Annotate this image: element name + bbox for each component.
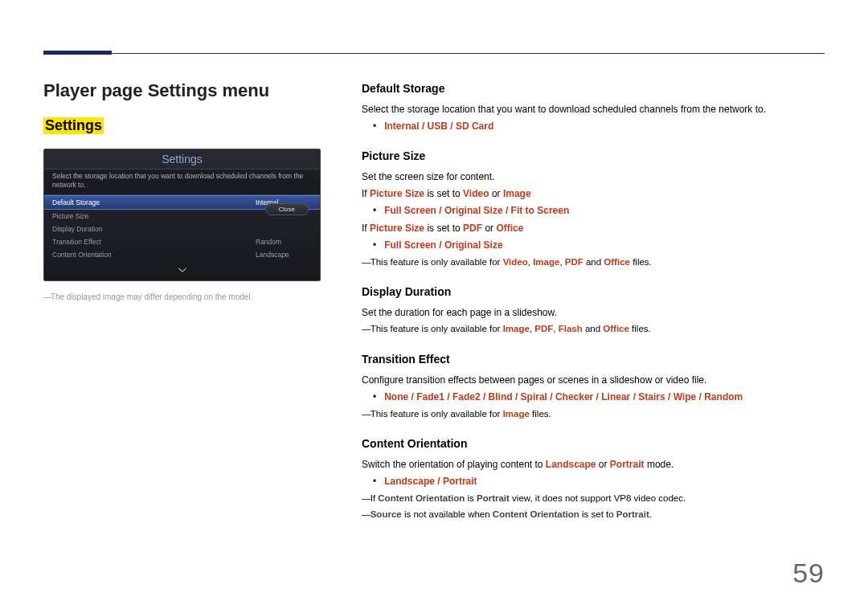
heading-transition-effect: Transition Effect xyxy=(362,351,828,368)
settings-screenshot-panel: Settings Select the storage location tha… xyxy=(43,149,321,281)
section-heading-settings: Settings xyxy=(43,117,104,134)
note-transition: This feature is only available for Image… xyxy=(362,407,828,421)
text-transition-desc: Configure transition effects between pag… xyxy=(362,373,828,387)
panel-description: Select the storage location that you wan… xyxy=(44,169,320,195)
heading-default-storage: Default Storage xyxy=(362,80,828,97)
note-orientation-1: If Content Orientation is Portrait view,… xyxy=(362,492,828,505)
note-orientation-2: Source is not available when Content Ori… xyxy=(362,508,828,521)
panel-row-label: Picture Size xyxy=(52,212,256,220)
panel-title: Settings xyxy=(44,149,320,169)
panel-row-display-duration: Display Duration xyxy=(44,223,320,235)
note-picture-size: This feature is only available for Video… xyxy=(362,255,828,269)
text-picture-size-cond2: If Picture Size is set to PDF or Office xyxy=(362,221,828,235)
panel-row-label: Content Orientation xyxy=(52,251,256,259)
text-default-storage-desc: Select the storage location that you wan… xyxy=(362,102,828,116)
heading-picture-size: Picture Size xyxy=(362,148,828,165)
right-column: Default Storage Select the storage locat… xyxy=(362,80,828,524)
text-picture-size-cond1: If Picture Size is set to Video or Image xyxy=(362,186,828,201)
top-horizontal-rule xyxy=(43,53,825,54)
option-picture-size-2: Full Screen / Original Size xyxy=(384,239,502,251)
close-button[interactable]: Close xyxy=(265,203,309,215)
section-marker xyxy=(43,51,112,55)
heading-content-orientation: Content Orientation xyxy=(362,435,828,452)
heading-display-duration: Display Duration xyxy=(362,284,828,300)
panel-row-content-orientation: Content Orientation Landscape xyxy=(44,248,320,261)
text-display-duration-desc: Set the duration for each page in a slid… xyxy=(362,305,828,320)
panel-row-value: Random xyxy=(256,238,312,246)
panel-row-value xyxy=(256,225,312,233)
panel-row-value: Landscape xyxy=(256,251,312,259)
page-title: Player page Settings menu xyxy=(43,80,325,101)
panel-row-label: Default Storage xyxy=(52,198,256,206)
text-picture-size-desc: Set the screen size for content. xyxy=(362,170,828,184)
panel-row-label: Display Duration xyxy=(52,225,256,233)
left-column: Player page Settings menu Settings Setti… xyxy=(43,80,325,301)
panel-chevron-down xyxy=(44,261,320,280)
option-picture-size-1: Full Screen / Original Size / Fit to Scr… xyxy=(384,205,569,216)
text-orientation-desc: Switch the orientation of playing conten… xyxy=(362,457,828,472)
chevron-down-icon xyxy=(177,266,188,274)
page-number: 59 xyxy=(792,558,825,589)
option-transition: None / Fade1 / Fade2 / Blind / Spiral / … xyxy=(384,391,743,403)
panel-row-label: Transition Effect xyxy=(52,238,256,246)
screenshot-caption: The displayed image may differ depending… xyxy=(43,292,325,301)
panel-row-transition-effect: Transition Effect Random xyxy=(44,235,320,248)
option-orientation: Landscape / Portrait xyxy=(384,476,477,487)
option-default-storage: Internal / USB / SD Card xyxy=(384,121,493,132)
note-display-duration: This feature is only available for Image… xyxy=(362,322,828,336)
